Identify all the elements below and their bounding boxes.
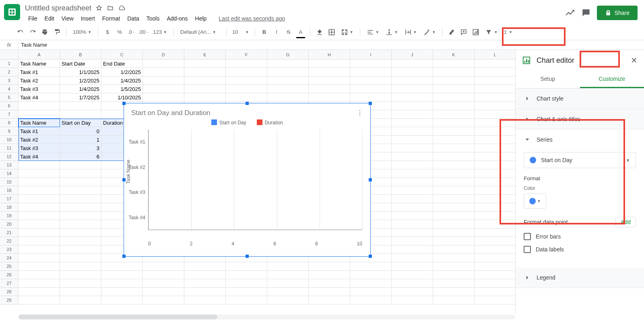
cell[interactable]	[433, 144, 475, 152]
cell[interactable]	[60, 178, 101, 186]
cell[interactable]	[19, 169, 60, 178]
cell[interactable]: 1/4/2025	[60, 85, 101, 93]
cell[interactable]	[392, 220, 433, 228]
cell[interactable]	[392, 60, 433, 68]
cell[interactable]	[60, 203, 101, 212]
select-all-corner[interactable]	[0, 50, 19, 60]
cell[interactable]	[392, 68, 433, 76]
row-header[interactable]: 7	[0, 110, 19, 119]
wrap-button[interactable]: ▼	[402, 27, 419, 37]
legend-item[interactable]: Start on Day	[211, 119, 246, 126]
cell[interactable]	[267, 279, 309, 288]
cell[interactable]	[475, 228, 515, 237]
cell[interactable]	[433, 127, 475, 136]
cell[interactable]	[433, 110, 475, 119]
cell[interactable]	[226, 271, 267, 279]
embedded-chart[interactable]: Start on Day and Duration ⋮ Start on Day…	[124, 103, 371, 257]
cell[interactable]	[433, 60, 475, 68]
section-chart-style[interactable]: Chart style	[516, 88, 644, 109]
menu-view[interactable]: View	[58, 14, 77, 23]
menu-format[interactable]: Format	[99, 14, 123, 23]
cell[interactable]	[475, 178, 515, 186]
menu-edit[interactable]: Edit	[41, 14, 58, 23]
cell[interactable]	[19, 220, 60, 228]
cell[interactable]	[184, 93, 226, 102]
cell[interactable]	[101, 262, 143, 271]
cell[interactable]	[101, 279, 143, 288]
cell[interactable]	[475, 110, 515, 119]
cell[interactable]: Task #4	[19, 152, 60, 161]
add-data-point-button[interactable]: Add	[615, 217, 636, 227]
font-size-select[interactable]: 10▼	[231, 27, 251, 37]
cell[interactable]	[433, 228, 475, 237]
cell[interactable]: Task #1	[19, 68, 60, 76]
cell[interactable]	[60, 110, 101, 119]
close-panel-button[interactable]: ✕	[631, 56, 638, 65]
cell[interactable]	[475, 203, 515, 212]
row-header[interactable]: 14	[0, 169, 19, 178]
cell[interactable]: 1/4/2025	[101, 76, 143, 85]
merge-cells-button[interactable]: ▼	[339, 27, 356, 37]
move-icon[interactable]	[107, 4, 114, 12]
cell[interactable]	[184, 60, 226, 68]
row-header[interactable]: 13	[0, 161, 19, 169]
last-edit-link[interactable]: Last edit was seconds ago	[215, 14, 288, 23]
cell[interactable]	[267, 60, 309, 68]
cell[interactable]	[392, 144, 433, 152]
col-header[interactable]: A	[19, 50, 60, 60]
cell[interactable]	[143, 76, 184, 85]
cell[interactable]	[226, 68, 267, 76]
row-header[interactable]: 11	[0, 144, 19, 152]
cell[interactable]: Task #2	[19, 136, 60, 144]
cell[interactable]	[143, 296, 184, 305]
print-button[interactable]	[39, 27, 50, 37]
cell[interactable]	[433, 271, 475, 279]
cell[interactable]	[475, 271, 515, 279]
menu-file[interactable]: File	[25, 14, 41, 23]
text-color-button[interactable]: A	[295, 27, 306, 37]
cell[interactable]	[433, 161, 475, 169]
cell[interactable]	[19, 212, 60, 220]
cell[interactable]	[475, 102, 515, 110]
cell[interactable]	[60, 245, 101, 254]
cell[interactable]	[350, 288, 392, 296]
bold-button[interactable]: B	[259, 27, 270, 37]
cell[interactable]	[309, 76, 350, 85]
cell[interactable]	[392, 186, 433, 195]
cell[interactable]	[475, 245, 515, 254]
cell[interactable]	[475, 144, 515, 152]
share-button[interactable]: Share	[597, 6, 638, 20]
cell[interactable]	[475, 93, 515, 102]
cell[interactable]	[392, 279, 433, 288]
fill-color-button[interactable]	[314, 27, 325, 37]
row-header[interactable]: 17	[0, 195, 19, 203]
row-header[interactable]: 28	[0, 288, 19, 296]
cell[interactable]	[433, 279, 475, 288]
cell[interactable]	[433, 262, 475, 271]
sheet-grid[interactable]: ABCDEFGHIJKL 123456789101112131415161718…	[0, 50, 515, 314]
cell[interactable]	[184, 271, 226, 279]
cell[interactable]	[309, 93, 350, 102]
cell[interactable]	[309, 60, 350, 68]
horizontal-scrollbar[interactable]	[19, 315, 515, 319]
cell[interactable]	[392, 85, 433, 93]
strike-button[interactable]: S	[283, 27, 294, 37]
cell[interactable]	[309, 296, 350, 305]
cell[interactable]: Task #3	[19, 144, 60, 152]
cell[interactable]	[143, 288, 184, 296]
cell[interactable]: 1/2/2025	[60, 76, 101, 85]
cell[interactable]	[184, 288, 226, 296]
cell[interactable]	[184, 262, 226, 271]
cell[interactable]	[60, 254, 101, 262]
row-header[interactable]: 10	[0, 136, 19, 144]
row-header[interactable]: 24	[0, 254, 19, 262]
cell[interactable]	[475, 119, 515, 127]
cell[interactable]	[433, 68, 475, 76]
cell[interactable]	[475, 279, 515, 288]
cell[interactable]	[143, 262, 184, 271]
formula-bar[interactable]: fx Task Name	[0, 40, 644, 50]
cell[interactable]	[60, 212, 101, 220]
cell[interactable]	[392, 237, 433, 245]
menu-addons[interactable]: Add-ons	[163, 14, 191, 23]
cell[interactable]	[475, 237, 515, 245]
